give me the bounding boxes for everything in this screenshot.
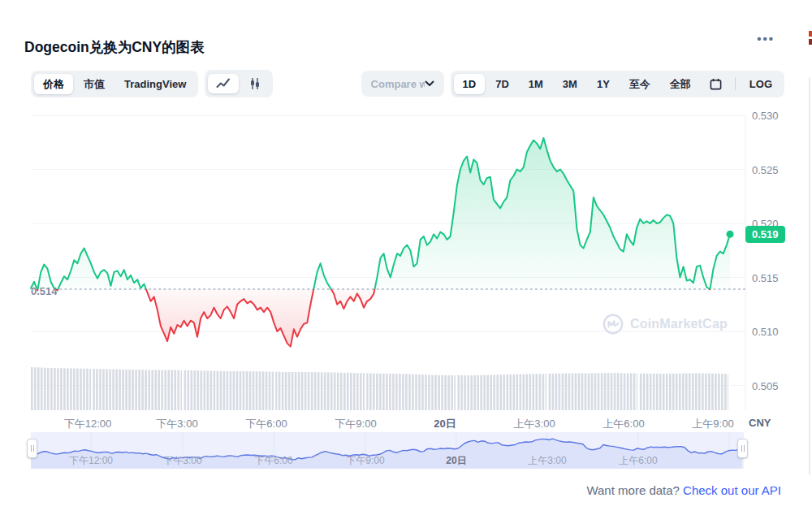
footer-api-promo: Want more data? Check out our API [586, 483, 781, 497]
y-axis-label: 0.515 [752, 272, 788, 284]
navigator-axis-label: 下午6:00 [254, 454, 292, 468]
dogecoin-chart-page: Dogecoin兑换为CNY的图表 ••• 价格市值TradingView Co [0, 0, 812, 528]
navigator-axis-label: 上午3:00 [528, 454, 566, 468]
x-axis-label: 20日 [434, 417, 456, 431]
x-axis-label: 下午3:00 [156, 417, 197, 431]
clipped-edge-icon [809, 31, 812, 37]
current-price-badge: 0.519 [745, 226, 785, 243]
navigator-handle-right[interactable] [737, 439, 748, 458]
watermark-text: CoinMarketCap [630, 317, 728, 331]
x-axis-label: 上午9:00 [692, 417, 733, 431]
panel-edge-divider [809, 77, 810, 475]
coinmarketcap-logo-icon [603, 314, 624, 335]
navigator-axis-label: 上午6:00 [619, 454, 657, 468]
navigator-axis-label: 下午9:00 [346, 454, 384, 468]
y-axis-label: 0.525 [752, 164, 788, 176]
x-axis-label: 下午9:00 [335, 417, 376, 431]
x-axis-label: 下午6:00 [245, 417, 287, 431]
navigator-axis-label: 20日 [446, 454, 466, 468]
x-axis-label: 上午6:00 [603, 417, 644, 431]
watermark: CoinMarketCap [603, 314, 728, 335]
x-axis-label: 上午3:00 [513, 417, 555, 431]
y-axis-label: 0.510 [752, 326, 788, 338]
navigator-handle-left[interactable] [27, 439, 37, 458]
x-axis-label: 下午12:00 [64, 417, 112, 431]
footer-text: Want more data? [586, 483, 680, 497]
y-axis-label: 0.530 [752, 110, 788, 122]
navigator-axis-label: 下午3:00 [163, 454, 201, 468]
api-link[interactable]: Check out our API [683, 483, 781, 497]
y-axis-label: 0.505 [752, 380, 788, 392]
clipped-edge-icon [809, 39, 812, 45]
open-price-label: 0.514 [31, 285, 58, 297]
currency-label: CNY [749, 417, 784, 429]
navigator-axis-label: 下午12:00 [69, 454, 113, 468]
